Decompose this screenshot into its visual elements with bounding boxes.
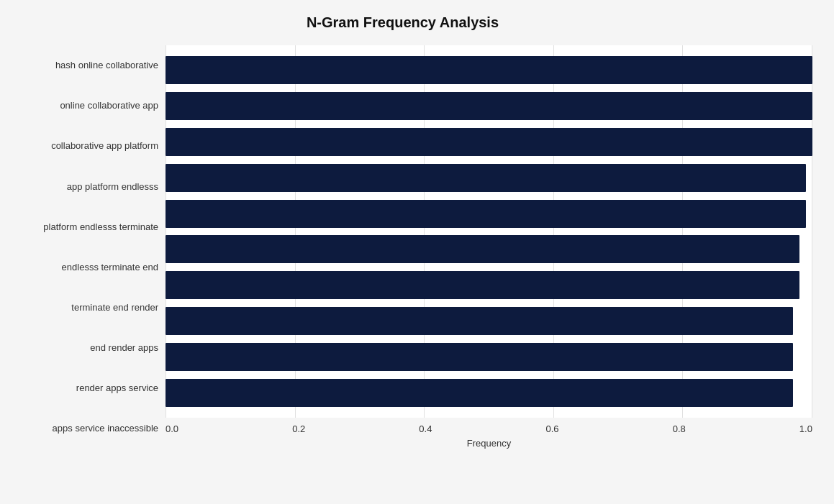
chart-container: N-Gram Frequency Analysis hash online co… [0, 0, 834, 504]
x-tick-1: 0.2 [292, 423, 305, 434]
bar-row [166, 53, 812, 87]
bar-row [166, 197, 812, 231]
bars-and-x: 0.00.20.40.60.81.0 Frequency [166, 45, 812, 449]
y-label-1: online collaborative app [60, 86, 158, 126]
bar-row [166, 232, 812, 266]
x-axis-title: Frequency [166, 438, 812, 449]
bar-7 [166, 307, 793, 335]
y-label-4: platform endlesss terminate [43, 206, 158, 247]
y-label-9: apps service inaccessible [53, 408, 158, 449]
bar-5 [166, 235, 799, 263]
y-label-8: render apps service [76, 368, 158, 408]
chart-area: hash online collaborativeonline collabor… [7, 45, 812, 449]
bar-row [166, 340, 812, 374]
x-axis: 0.00.20.40.60.81.0 [166, 418, 812, 434]
x-tick-4: 0.8 [673, 423, 686, 434]
bar-8 [166, 343, 793, 371]
y-label-2: collaborative app platform [51, 126, 158, 166]
bar-row [166, 125, 812, 159]
bar-row [166, 304, 812, 338]
bar-1 [166, 92, 812, 120]
y-label-6: terminate end render [71, 288, 158, 328]
bar-row [166, 376, 812, 410]
bar-9 [166, 379, 793, 407]
bar-row [166, 161, 812, 195]
bar-row [166, 89, 812, 123]
bar-2 [166, 128, 812, 156]
bar-row [166, 268, 812, 302]
y-label-3: app platform endlesss [67, 166, 158, 206]
y-label-5: endlesss terminate end [62, 247, 158, 287]
bar-0 [166, 56, 812, 84]
chart-title: N-Gram Frequency Analysis [7, 14, 812, 31]
x-tick-0: 0.0 [166, 423, 178, 434]
x-tick-5: 1.0 [799, 423, 812, 434]
bar-6 [166, 271, 799, 299]
bars-section [166, 45, 812, 418]
y-label-0: hash online collaborative [55, 45, 158, 86]
x-tick-2: 0.4 [419, 423, 432, 434]
y-axis-labels: hash online collaborativeonline collabor… [7, 45, 166, 449]
bar-4 [166, 200, 806, 228]
bar-3 [166, 164, 806, 192]
x-tick-3: 0.6 [546, 423, 559, 434]
y-label-7: end render apps [90, 328, 158, 368]
